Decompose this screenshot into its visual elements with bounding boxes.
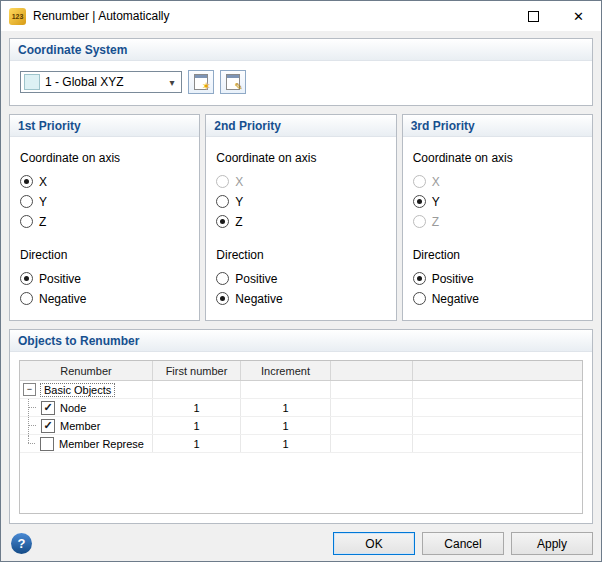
- collapse-icon[interactable]: −: [23, 383, 36, 396]
- radio-label: X: [235, 175, 243, 189]
- radio-icon: [413, 175, 426, 188]
- radio-label: Z: [235, 215, 242, 229]
- apply-button[interactable]: Apply: [511, 532, 593, 555]
- pencil-icon: ✎: [235, 82, 243, 92]
- objects-caption: Objects to Renumber: [10, 330, 592, 352]
- axis-x-radio[interactable]: X: [216, 173, 385, 190]
- column-header-renumber[interactable]: Renumber: [20, 361, 153, 380]
- direction-negative-radio[interactable]: Negative: [216, 290, 385, 307]
- priority-panel-2: 2nd Priority Coordinate on axis X Y Z Di…: [205, 114, 396, 321]
- column-header-empty: [331, 361, 413, 380]
- close-icon: ✕: [573, 10, 584, 23]
- first-number-cell[interactable]: 1: [153, 417, 241, 434]
- radio-icon: [413, 215, 426, 228]
- objects-table: Renumber First number Increment − Basic …: [19, 360, 583, 514]
- help-icon: ?: [18, 536, 26, 551]
- table-row-node[interactable]: Node 1 1: [20, 399, 582, 417]
- axis-x-radio[interactable]: X: [20, 173, 189, 190]
- radio-label: Z: [432, 215, 439, 229]
- coordinate-system-caption: Coordinate System: [10, 39, 592, 61]
- coordinate-on-axis-label: Coordinate on axis: [216, 151, 385, 165]
- coordinate-system-select[interactable]: 1 - Global XYZ ▾: [20, 71, 182, 93]
- maximize-icon: [528, 11, 539, 22]
- table-header-row: Renumber First number Increment: [20, 361, 582, 381]
- direction-negative-radio[interactable]: Negative: [20, 290, 189, 307]
- star-icon: ✶: [202, 81, 211, 92]
- member-representative-checkbox[interactable]: [40, 437, 54, 451]
- table-row-basic-objects[interactable]: − Basic Objects: [20, 381, 582, 399]
- node-checkbox[interactable]: [41, 401, 55, 415]
- radio-icon: [20, 292, 33, 305]
- direction-label: Direction: [20, 248, 189, 262]
- radio-icon: [413, 292, 426, 305]
- column-header-first-number[interactable]: First number: [153, 361, 241, 380]
- increment-cell[interactable]: 1: [241, 399, 331, 416]
- increment-cell[interactable]: 1: [241, 417, 331, 434]
- axis-x-radio[interactable]: X: [413, 173, 582, 190]
- radio-label: X: [432, 175, 440, 189]
- radio-icon: [216, 175, 229, 188]
- radio-icon: [20, 195, 33, 208]
- axis-y-radio[interactable]: Y: [20, 193, 189, 210]
- direction-negative-radio[interactable]: Negative: [413, 290, 582, 307]
- app-icon: 123: [9, 8, 26, 25]
- first-number-cell[interactable]: 1: [153, 399, 241, 416]
- radio-icon: [216, 195, 229, 208]
- increment-cell[interactable]: 1: [241, 435, 331, 452]
- coordinate-on-axis-label: Coordinate on axis: [413, 151, 582, 165]
- table-row-member[interactable]: Member 1 1: [20, 417, 582, 435]
- priority-2-body: Coordinate on axis X Y Z Direction Posit…: [206, 137, 395, 320]
- radio-icon: [20, 175, 33, 188]
- close-button[interactable]: ✕: [556, 1, 601, 31]
- window-title: Renumber | Automatically: [33, 9, 511, 23]
- priority-1-body: Coordinate on axis X Y Z Direction Posit…: [10, 137, 199, 320]
- caption-text: 2nd Priority: [214, 119, 281, 133]
- tree-connector: [28, 399, 39, 416]
- priority-panel-1: 1st Priority Coordinate on axis X Y Z Di…: [9, 114, 200, 321]
- axis-z-radio[interactable]: Z: [413, 213, 582, 230]
- coordinate-system-swatch: [24, 74, 40, 90]
- cancel-button[interactable]: Cancel: [422, 532, 504, 555]
- coordinate-system-group: Coordinate System 1 - Global XYZ ▾ ✶ ✎: [9, 38, 593, 106]
- maximize-button[interactable]: [511, 1, 556, 31]
- priority-panels: 1st Priority Coordinate on axis X Y Z Di…: [9, 114, 593, 321]
- direction-positive-radio[interactable]: Positive: [413, 270, 582, 287]
- axis-z-radio[interactable]: Z: [216, 213, 385, 230]
- caption-text: Coordinate System: [18, 43, 127, 57]
- help-button[interactable]: ?: [11, 533, 32, 554]
- edit-coordinate-system-button[interactable]: ✎: [220, 70, 246, 94]
- tree-group-label[interactable]: Basic Objects: [40, 383, 115, 397]
- radio-icon: [413, 272, 426, 285]
- radio-label: Y: [432, 195, 440, 209]
- radio-label: Negative: [39, 292, 86, 306]
- tree-connector: [28, 417, 39, 434]
- radio-label: Negative: [432, 292, 479, 306]
- member-checkbox[interactable]: [41, 419, 55, 433]
- ok-button[interactable]: OK: [333, 532, 415, 555]
- radio-label: Y: [39, 195, 47, 209]
- first-number-cell[interactable]: 1: [153, 435, 241, 452]
- column-header-increment[interactable]: Increment: [241, 361, 331, 380]
- objects-to-renumber-group: Objects to Renumber Renumber First numbe…: [9, 329, 593, 524]
- radio-label: Positive: [235, 272, 277, 286]
- radio-icon: [20, 272, 33, 285]
- direction-label: Direction: [413, 248, 582, 262]
- new-coordinate-system-button[interactable]: ✶: [188, 70, 214, 94]
- renumber-dialog: 123 Renumber | Automatically ✕ Coordinat…: [0, 0, 602, 562]
- table-row-member-representative[interactable]: Member Represe 1 1: [20, 435, 582, 453]
- axis-z-radio[interactable]: Z: [20, 213, 189, 230]
- caption-text: 1st Priority: [18, 119, 81, 133]
- direction-positive-radio[interactable]: Positive: [216, 270, 385, 287]
- direction-label: Direction: [216, 248, 385, 262]
- row-label: Member: [60, 420, 100, 432]
- radio-icon: [216, 272, 229, 285]
- radio-icon: [216, 292, 229, 305]
- direction-positive-radio[interactable]: Positive: [20, 270, 189, 287]
- axis-y-radio[interactable]: Y: [413, 193, 582, 210]
- coordinate-system-value: 1 - Global XYZ: [45, 75, 163, 89]
- radio-label: X: [39, 175, 47, 189]
- radio-label: Z: [39, 215, 46, 229]
- radio-icon: [20, 215, 33, 228]
- title-bar[interactable]: 123 Renumber | Automatically ✕: [1, 1, 601, 31]
- axis-y-radio[interactable]: Y: [216, 193, 385, 210]
